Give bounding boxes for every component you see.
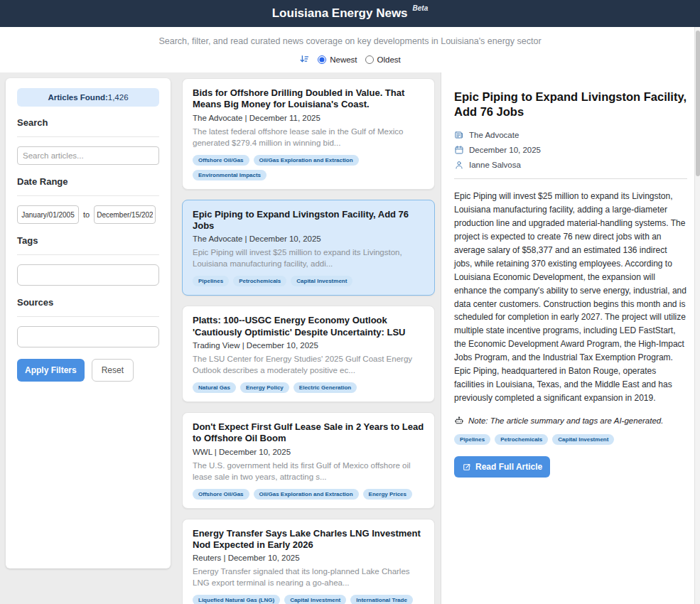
article-excerpt: The latest federal offshore lease sale i… xyxy=(193,126,424,149)
tag-pill[interactable]: Capital Investment xyxy=(552,434,614,445)
beta-badge: Beta xyxy=(413,4,429,12)
person-icon xyxy=(454,160,464,170)
date-from-input[interactable] xyxy=(17,205,79,224)
app-subtitle: Search, filter, and read curated news co… xyxy=(0,36,700,46)
filters-sidebar: Articles Found:1,426 Search Date Range t… xyxy=(6,78,171,568)
sort-controls: Newest Oldest xyxy=(0,54,700,65)
articles-found-badge: Articles Found:1,426 xyxy=(17,88,159,107)
detail-source-row: The Advocate xyxy=(454,130,687,140)
detail-title: Epic Piping to Expand Livingston Facilit… xyxy=(454,90,687,120)
article-card[interactable]: Energy Transfer Says Lake Charles LNG In… xyxy=(182,519,435,604)
article-detail-panel: Epic Piping to Expand Livingston Facilit… xyxy=(441,72,700,604)
article-meta: WWL | December 10, 2025 xyxy=(193,448,424,456)
article-title: Don't Expect First Gulf Lease Sale in 2 … xyxy=(193,421,424,445)
article-excerpt: Epic Piping will invest $25 million to e… xyxy=(193,247,424,269)
date-to-word: to xyxy=(83,210,90,219)
sort-oldest-label: Oldest xyxy=(377,55,401,64)
tag-pill[interactable]: Natural Gas xyxy=(193,382,236,393)
tag-pill[interactable]: Offshore Oil/Gas xyxy=(193,489,249,500)
tag-pill[interactable]: Offshore Oil/Gas xyxy=(193,155,249,166)
tag-pill[interactable]: Liquefied Natural Gas (LNG) xyxy=(193,595,280,604)
article-card[interactable]: Don't Expect First Gulf Lease Sale in 2 … xyxy=(182,412,435,509)
tag-pill[interactable]: Oil/Gas Exploration and Extraction xyxy=(254,155,359,166)
intro-band: Search, filter, and read curated news co… xyxy=(0,27,700,72)
ai-note: Note: The article summary and tags are A… xyxy=(468,416,663,425)
page-scrollbar[interactable] xyxy=(694,27,700,604)
tag-pill[interactable]: Capital Investment xyxy=(284,595,346,604)
article-meta: Trading View | December 10, 2025 xyxy=(193,341,424,350)
search-section-label: Search xyxy=(17,117,159,137)
search-input[interactable] xyxy=(17,146,159,165)
tag-pill[interactable]: Pipelines xyxy=(193,276,229,286)
tag-pill[interactable]: Oil/Gas Exploration and Extraction xyxy=(254,489,359,500)
detail-date-row: December 10, 2025 xyxy=(454,145,687,155)
article-meta: The Advocate | December 10, 2025 xyxy=(193,234,424,243)
date-range-label: Date Range xyxy=(17,176,159,196)
article-card[interactable]: Bids for Offshore Drilling Doubled in Va… xyxy=(182,78,435,190)
tag-pill[interactable]: Electric Generation xyxy=(294,382,357,393)
sort-newest-radio[interactable] xyxy=(318,55,326,64)
tag-pill[interactable]: Petrochemicals xyxy=(495,434,548,445)
article-title: Epic Piping to Expand Livingston Facilit… xyxy=(193,209,424,232)
app-title: Louisiana Energy News xyxy=(272,6,408,21)
tag-pill[interactable]: Energy Prices xyxy=(363,489,412,500)
article-title: Energy Transfer Says Lake Charles LNG In… xyxy=(193,528,424,551)
article-tags: PipelinesPetrochemicalsCapital Investmen… xyxy=(193,276,424,286)
reset-button[interactable]: Reset xyxy=(92,359,134,382)
article-card[interactable]: Epic Piping to Expand Livingston Facilit… xyxy=(182,200,435,296)
external-link-icon xyxy=(462,463,471,472)
apply-filters-button[interactable]: Apply Filters xyxy=(17,359,85,382)
detail-source: The Advocate xyxy=(469,131,519,139)
sort-oldest-radio[interactable] xyxy=(365,55,374,64)
article-title: Platts: 100--USGC Energy Economy Outlook… xyxy=(193,315,424,338)
detail-summary: Epic Piping will invest $25 million to e… xyxy=(454,190,687,405)
article-excerpt: Energy Transfer signaled that its long-p… xyxy=(193,566,424,588)
tags-input[interactable] xyxy=(17,264,159,286)
article-card[interactable]: Platts: 100--USGC Energy Economy Outlook… xyxy=(182,306,435,402)
sources-input[interactable] xyxy=(17,326,159,347)
article-tags: Liquefied Natural Gas (LNG)Capital Inves… xyxy=(193,595,424,604)
article-tags: Offshore Oil/GasOil/Gas Exploration and … xyxy=(193,489,424,500)
ai-note-row: Note: The article summary and tags are A… xyxy=(454,416,687,426)
tag-pill[interactable]: Energy Policy xyxy=(240,382,289,393)
sort-newest-option[interactable]: Newest xyxy=(318,55,357,64)
read-full-article-button[interactable]: Read Full Article xyxy=(454,456,550,478)
sources-section-label: Sources xyxy=(17,297,159,317)
calendar-icon xyxy=(454,145,464,155)
tag-pill[interactable]: Environmental Impacts xyxy=(193,170,266,180)
tag-pill[interactable]: Pipelines xyxy=(454,434,490,445)
detail-author: Ianne Salvosa xyxy=(469,161,521,169)
article-list: Bids for Offshore Drilling Doubled in Va… xyxy=(182,78,435,604)
detail-author-row: Ianne Salvosa xyxy=(454,160,687,170)
search-section: Search xyxy=(17,117,159,165)
sort-icon xyxy=(299,54,310,65)
date-to-input[interactable] xyxy=(94,205,156,224)
article-excerpt: The U.S. government held its first Gulf … xyxy=(193,460,424,482)
article-meta: The Advocate | December 11, 2025 xyxy=(193,114,424,122)
date-range-section: Date Range to xyxy=(17,176,159,224)
app-header: Louisiana Energy News Beta xyxy=(0,0,700,27)
detail-tags: PipelinesPetrochemicalsCapital Investmen… xyxy=(454,434,687,445)
newspaper-icon xyxy=(454,130,464,140)
tags-section-label: Tags xyxy=(17,235,159,255)
sort-newest-label: Newest xyxy=(330,55,357,64)
date-range-row: to xyxy=(17,205,159,224)
robot-icon xyxy=(454,416,464,426)
articles-found-value: 1,426 xyxy=(108,93,129,102)
detail-divider xyxy=(454,178,687,179)
article-tags: Natural GasEnergy PolicyElectric Generat… xyxy=(193,382,424,393)
article-meta: Reuters | December 10, 2025 xyxy=(193,554,424,562)
tag-pill[interactable]: International Trade xyxy=(350,595,413,604)
tags-section: Tags xyxy=(17,235,159,286)
sort-oldest-option[interactable]: Oldest xyxy=(365,55,401,64)
article-excerpt: The LSU Center for Energy Studies' 2025 … xyxy=(193,353,424,376)
tag-pill[interactable]: Capital Investment xyxy=(291,276,352,286)
scrollbar-thumb[interactable] xyxy=(696,31,700,176)
read-full-article-label: Read Full Article xyxy=(475,462,542,472)
tag-pill[interactable]: Petrochemicals xyxy=(233,276,286,286)
article-tags: Offshore Oil/GasOil/Gas Exploration and … xyxy=(193,155,424,180)
article-title: Bids for Offshore Drilling Doubled in Va… xyxy=(193,87,424,111)
sources-section: Sources xyxy=(17,297,159,347)
articles-found-label: Articles Found: xyxy=(48,93,107,102)
main-content: Articles Found:1,426 Search Date Range t… xyxy=(0,72,700,604)
